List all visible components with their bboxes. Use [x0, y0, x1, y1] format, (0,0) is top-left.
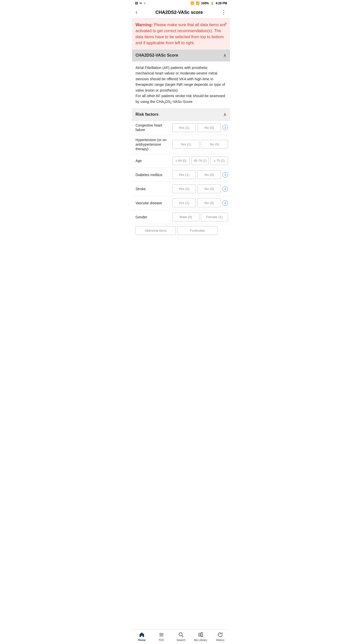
risk-buttons-age: ≤ 64 (0) 65-74 (1) ≥ 75 (2): [172, 156, 228, 165]
risk-row-hypertension: Hypertension (or on antihypertensive the…: [132, 135, 230, 154]
risk-label-gender: Gender: [135, 215, 171, 219]
search-icon: [178, 632, 184, 638]
risk-buttons-diabetes: Yes (1) No (0) i: [172, 170, 228, 179]
status-bar: 🖼 ✉ ✓ 📶 📶 100% 🔋 4:28 PM: [132, 0, 230, 7]
score-description: Atrial Fibrillation (AF) patients with p…: [132, 61, 230, 109]
nav-search-label: Search: [177, 638, 186, 641]
svg-rect-6: [200, 633, 200, 637]
wifi-icon: 📶: [191, 2, 194, 5]
congestive-no-button[interactable]: No (0): [197, 123, 221, 132]
risk-buttons-stroke: Yes (2) No (0) i: [172, 184, 228, 193]
back-button[interactable]: ‹: [135, 9, 137, 16]
abbreviations-button[interactable]: Abbrevia-tions: [135, 226, 176, 235]
risk-buttons-gender: Male (0) Female (1): [172, 213, 228, 221]
status-left-icons: 🖼 ✉ ✓: [135, 2, 146, 5]
vascular-no-button[interactable]: No (0): [197, 198, 221, 207]
score-collapse-button[interactable]: ∧: [223, 53, 227, 58]
gender-male-button[interactable]: Male (0): [172, 213, 199, 221]
risk-label-stroke: Stroke: [135, 187, 171, 191]
risk-label-hypertension: Hypertension (or on antihypertensive the…: [135, 138, 171, 151]
hypertension-no-button[interactable]: No (0): [201, 140, 228, 149]
status-right-info: 📶 📶 100% 🔋 4:28 PM: [191, 2, 227, 5]
risk-row-stroke: Stroke Yes (2) No (0) i: [132, 182, 230, 196]
risk-buttons-hypertension: Yes (1) No (0): [172, 140, 228, 149]
stroke-info-button[interactable]: i: [222, 186, 228, 192]
page-title: CHA2DS2-VASc score: [137, 10, 221, 15]
svg-rect-5: [199, 633, 199, 637]
risk-row-gender: Gender Male (0) Female (1): [132, 210, 230, 224]
svg-rect-7: [201, 633, 203, 637]
congestive-info-button[interactable]: i: [222, 125, 228, 130]
library-icon: [198, 632, 204, 638]
risk-row-diabetes: Diabetes mellitus Yes (1) No (0) i: [132, 168, 230, 182]
gender-female-button[interactable]: Female (1): [201, 213, 228, 221]
risk-label-vascular: Vascular disease: [135, 201, 171, 205]
age-ge75-button[interactable]: ≥ 75 (2): [210, 156, 228, 165]
risk-section-title: Risk factors: [135, 112, 159, 117]
home-icon: [139, 632, 145, 638]
congestive-yes-button[interactable]: Yes (1): [172, 123, 196, 132]
top-nav: ‹ CHA2DS2-VASc score ⋮: [132, 7, 230, 18]
risk-buttons-congestive: Yes (1) No (0) i: [172, 123, 228, 132]
scroll-area: Warning: Please make sure that all data …: [132, 18, 230, 629]
score-section-header: CHA2DS2-VASc Score ∧: [132, 50, 230, 61]
nav-history-label: History: [216, 638, 224, 641]
hypertension-yes-button[interactable]: Yes (1): [172, 140, 199, 149]
check-icon: ✓: [144, 2, 146, 5]
risk-row-age: Age ≤ 64 (0) 65-74 (1) ≥ 75 (2): [132, 154, 230, 168]
risk-collapse-button[interactable]: ∧: [223, 112, 227, 117]
bottom-nav: Home TOC Search My Library: [132, 629, 230, 644]
diabetes-no-button[interactable]: No (0): [197, 170, 221, 179]
risk-row-vascular: Vascular disease Yes (1) No (0) i: [132, 196, 230, 210]
diabetes-yes-button[interactable]: Yes (1): [172, 170, 196, 179]
nav-mylibrary[interactable]: My Library: [191, 632, 210, 641]
stroke-no-button[interactable]: No (0): [197, 184, 221, 193]
history-icon: [217, 632, 223, 638]
email-icon: ✉: [140, 2, 142, 5]
footnotes-button[interactable]: Footnotes: [177, 226, 217, 235]
vascular-info-button[interactable]: i: [222, 200, 228, 206]
warning-close-button[interactable]: ×: [225, 21, 227, 26]
nav-home-label: Home: [138, 638, 146, 641]
age-le64-button[interactable]: ≤ 64 (0): [172, 156, 190, 165]
nav-history[interactable]: History: [210, 632, 230, 641]
vascular-yes-button[interactable]: Yes (1): [172, 198, 196, 207]
more-options-button[interactable]: ⋮: [221, 9, 227, 16]
signal-icon: 📶: [196, 2, 200, 5]
risk-label-diabetes: Diabetes mellitus: [135, 173, 171, 177]
risk-row-congestive: Congestive heart failure Yes (1) No (0) …: [132, 120, 230, 135]
warning-text: Warning: Please make sure that all data …: [135, 22, 227, 46]
battery-label: 100%: [201, 2, 209, 5]
diabetes-info-button[interactable]: i: [222, 172, 228, 178]
nav-toc-label: TOC: [158, 638, 164, 641]
nav-search[interactable]: Search: [171, 632, 191, 641]
nav-mylibrary-label: My Library: [194, 638, 207, 641]
battery-icon: 🔋: [210, 2, 214, 5]
image-icon: 🖼: [135, 2, 138, 5]
stroke-yes-button[interactable]: Yes (2): [172, 184, 196, 193]
warning-banner: Warning: Please make sure that all data …: [132, 18, 230, 50]
toc-icon: [158, 632, 164, 638]
nav-home[interactable]: Home: [132, 632, 152, 641]
risk-label-congestive: Congestive heart failure: [135, 123, 171, 132]
svg-line-4: [182, 636, 184, 637]
age-6574-button[interactable]: 65-74 (1): [191, 156, 209, 165]
time-label: 4:28 PM: [216, 2, 227, 5]
warning-label: Warning:: [135, 23, 153, 27]
risk-section-header: Risk factors ∧: [132, 109, 230, 120]
score-section-title: CHA2DS2-VASc Score: [135, 53, 178, 58]
risk-buttons-vascular: Yes (1) No (0) i: [172, 198, 228, 207]
svg-point-3: [179, 633, 182, 636]
abbreviations-row: Abbrevia-tions Footnotes: [132, 224, 230, 237]
risk-label-age: Age: [135, 158, 171, 163]
nav-toc[interactable]: TOC: [152, 632, 171, 641]
